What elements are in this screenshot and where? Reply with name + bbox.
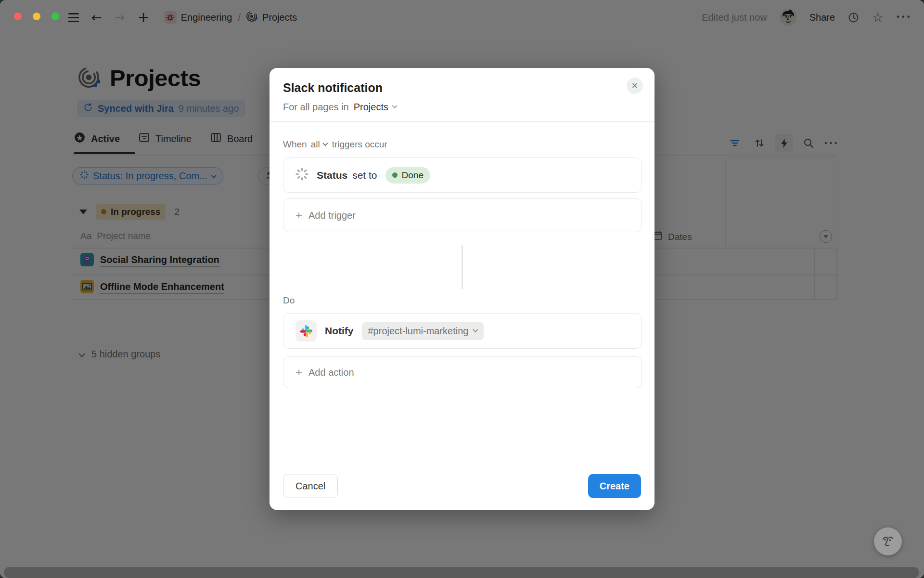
add-trigger-button[interactable]: + Add trigger bbox=[283, 198, 642, 232]
done-status-pill[interactable]: Done bbox=[385, 167, 430, 184]
do-label: Do bbox=[283, 295, 295, 306]
window-controls bbox=[14, 13, 59, 20]
close-icon[interactable]: × bbox=[627, 78, 643, 94]
trigger-property: Status bbox=[317, 170, 347, 181]
slack-channel-select[interactable]: #project-lumi-marketing bbox=[362, 322, 484, 340]
status-spinner-icon bbox=[295, 168, 308, 183]
when-prefix: When bbox=[283, 139, 307, 150]
add-trigger-label: Add trigger bbox=[308, 210, 356, 221]
notion-ai-face-button[interactable] bbox=[874, 527, 902, 555]
plus-icon: + bbox=[295, 210, 302, 221]
window-close-button[interactable] bbox=[14, 13, 22, 20]
slack-notification-modal: Slack notification For all pages in Proj… bbox=[270, 68, 654, 510]
modal-title: Slack notification bbox=[283, 81, 383, 95]
window-minimize-button[interactable] bbox=[33, 13, 40, 20]
slack-icon bbox=[295, 320, 317, 342]
scope-select[interactable]: Projects bbox=[354, 102, 397, 113]
action-verb: Notify bbox=[325, 325, 354, 337]
when-triggers-row: When all triggers occur bbox=[283, 139, 387, 150]
modal-scope-row: For all pages in Projects bbox=[283, 102, 397, 113]
done-label: Done bbox=[402, 170, 424, 181]
done-dot bbox=[392, 172, 398, 178]
notion-window: ← → + Engineering bbox=[0, 0, 924, 578]
when-all-select[interactable]: all bbox=[311, 139, 328, 150]
scope-prefix: For all pages in bbox=[283, 102, 349, 113]
chevron-down-icon bbox=[473, 327, 478, 332]
add-action-button[interactable]: + Add action bbox=[283, 356, 642, 388]
create-button[interactable]: Create bbox=[588, 474, 641, 498]
action-card[interactable]: Notify #project-lumi-marketing bbox=[283, 313, 642, 349]
slack-channel-value: #project-lumi-marketing bbox=[368, 326, 469, 337]
trigger-action-connector bbox=[462, 245, 463, 289]
chevron-down-icon bbox=[322, 140, 328, 145]
modal-divider bbox=[270, 121, 654, 122]
trigger-card[interactable]: Status set to Done bbox=[283, 158, 642, 193]
plus-icon: + bbox=[295, 367, 302, 378]
window-zoom-button[interactable] bbox=[51, 13, 59, 20]
when-suffix: triggers occur bbox=[332, 139, 387, 150]
when-all-value: all bbox=[311, 139, 320, 150]
cancel-button[interactable]: Cancel bbox=[283, 474, 338, 498]
scope-value: Projects bbox=[354, 102, 388, 113]
chevron-down-icon bbox=[392, 103, 397, 108]
add-action-label: Add action bbox=[308, 367, 354, 378]
trigger-verb: set to bbox=[352, 170, 377, 181]
